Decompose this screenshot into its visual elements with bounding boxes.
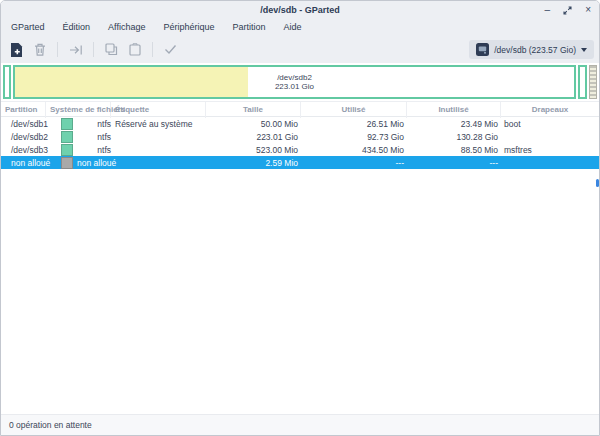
- window-title: /dev/sdb - GParted: [260, 5, 340, 15]
- apply-operations-button[interactable]: [160, 39, 181, 60]
- table-row-sdb3[interactable]: /dev/sdb3 ntfs 523.00 Mio 434.50 Mio 88.…: [1, 143, 599, 156]
- disk-drive-icon: [476, 43, 489, 56]
- resize-move-icon: [69, 44, 83, 56]
- copy-icon: [105, 43, 118, 56]
- minimize-button[interactable]: –: [545, 5, 551, 15]
- restore-button[interactable]: [563, 6, 572, 15]
- cell-filesystem: ntfs: [77, 145, 111, 155]
- disk-segment-sdb2[interactable]: /dev/sdb2 223.01 Gio: [13, 65, 576, 99]
- menu-bar: GParted Édition Affichage Périphérique P…: [1, 19, 599, 36]
- filesystem-color-swatch: [61, 144, 73, 156]
- column-header-used[interactable]: Utilisé: [301, 102, 407, 118]
- partition-size-label: 223.01 Gio: [275, 82, 314, 92]
- toolbar-separator: [57, 42, 58, 57]
- gparted-window: /dev/sdb - GParted – × GParted Édition A…: [0, 0, 600, 436]
- table-header: Partition Système de fichiers Étiquette …: [1, 101, 599, 117]
- menu-partition[interactable]: Partition: [223, 19, 274, 36]
- cell-partition: non alloué: [1, 158, 53, 168]
- cell-partition: /dev/sdb2: [1, 132, 53, 142]
- cell-unused: 130.28 Gio: [407, 132, 501, 142]
- table-row-sdb2[interactable]: /dev/sdb2 ntfs 223.01 Gio 92.73 Gio 130.…: [1, 130, 599, 143]
- cell-label: Réservé au système: [111, 119, 206, 129]
- toolbar-separator: [93, 42, 94, 57]
- close-button[interactable]: ×: [585, 5, 591, 15]
- disk-segment-unallocated[interactable]: [589, 65, 597, 99]
- table-row-sdb1[interactable]: /dev/sdb1 ntfs Réservé au système 50.00 …: [1, 117, 599, 130]
- cell-unused: ---: [407, 158, 501, 168]
- paste-button[interactable]: [124, 39, 145, 60]
- selected-partition-label: /dev/sdb2 223.01 Gio: [15, 67, 574, 97]
- trash-icon: [34, 43, 46, 56]
- device-selector-value: /dev/sdb (223.57 Gio): [494, 45, 576, 55]
- cell-partition: /dev/sdb3: [1, 145, 53, 155]
- scrollbar-indicator[interactable]: [596, 179, 599, 187]
- toolbar: /dev/sdb (223.57 Gio): [1, 36, 599, 63]
- partition-name-label: /dev/sdb2: [277, 73, 312, 83]
- paste-icon: [129, 43, 141, 56]
- cell-fs-swatch: [53, 157, 77, 169]
- column-header-size[interactable]: Taille: [206, 102, 301, 118]
- resize-move-button[interactable]: [65, 39, 86, 60]
- cell-unused: 23.49 Mio: [407, 119, 501, 129]
- filesystem-color-swatch: [61, 131, 73, 143]
- column-header-label[interactable]: Étiquette: [111, 102, 206, 118]
- toolbar-separator: [152, 42, 153, 57]
- partition-table: Partition Système de fichiers Étiquette …: [1, 101, 599, 169]
- filesystem-color-swatch: [61, 118, 73, 130]
- cell-filesystem: ntfs: [77, 119, 111, 129]
- menu-edition[interactable]: Édition: [54, 19, 100, 36]
- disk-segment-sdb1[interactable]: [3, 65, 11, 99]
- cell-unused: 88.50 Mio: [407, 145, 501, 155]
- cell-size: 2.59 Mio: [206, 158, 301, 168]
- column-header-unused[interactable]: Inutilisé: [407, 102, 501, 118]
- menu-peripherique[interactable]: Périphérique: [154, 19, 223, 36]
- column-header-flags[interactable]: Drapeaux: [501, 102, 599, 118]
- copy-button[interactable]: [101, 39, 122, 60]
- chevron-down-icon: [581, 48, 587, 52]
- column-header-partition[interactable]: Partition: [1, 102, 46, 118]
- cell-size: 523.00 Mio: [206, 145, 301, 155]
- cell-filesystem: non alloué: [77, 158, 111, 168]
- cell-flags: msftres: [501, 145, 599, 155]
- delete-partition-button[interactable]: [29, 39, 50, 60]
- restore-icon: [563, 6, 572, 15]
- cell-fs-swatch: [53, 144, 77, 156]
- status-bar: 0 opération en attente: [1, 414, 599, 435]
- new-partition-icon: [10, 43, 23, 57]
- cell-used: 92.73 Gio: [301, 132, 407, 142]
- filesystem-color-swatch: [61, 157, 73, 169]
- title-bar: /dev/sdb - GParted – ×: [1, 1, 599, 19]
- cell-used: ---: [301, 158, 407, 168]
- cell-filesystem: ntfs: [77, 132, 111, 142]
- cell-partition: /dev/sdb1: [1, 119, 53, 129]
- disk-segment-sdb3[interactable]: [578, 65, 587, 99]
- new-partition-button[interactable]: [6, 39, 27, 60]
- cell-fs-swatch: [53, 118, 77, 130]
- cell-used: 26.51 Mio: [301, 119, 407, 129]
- column-header-filesystem[interactable]: Système de fichiers: [46, 102, 111, 118]
- pending-operations-status: 0 opération en attente: [9, 420, 92, 430]
- cell-size: 50.00 Mio: [206, 119, 301, 129]
- apply-check-icon: [164, 44, 177, 55]
- table-row-unallocated-selected[interactable]: non alloué non alloué 2.59 Mio --- ---: [1, 156, 599, 169]
- cell-flags: boot: [501, 119, 599, 129]
- menu-affichage[interactable]: Affichage: [99, 19, 154, 36]
- menu-gparted[interactable]: GParted: [2, 19, 54, 36]
- cell-size: 223.01 Gio: [206, 132, 301, 142]
- disk-visual-bar: /dev/sdb2 223.01 Gio: [1, 63, 599, 101]
- table-empty-area: [1, 169, 599, 414]
- cell-used: 434.50 Mio: [301, 145, 407, 155]
- window-controls: – ×: [545, 1, 591, 19]
- device-selector[interactable]: /dev/sdb (223.57 Gio): [469, 40, 594, 59]
- cell-fs-swatch: [53, 131, 77, 143]
- menu-aide[interactable]: Aide: [275, 19, 311, 36]
